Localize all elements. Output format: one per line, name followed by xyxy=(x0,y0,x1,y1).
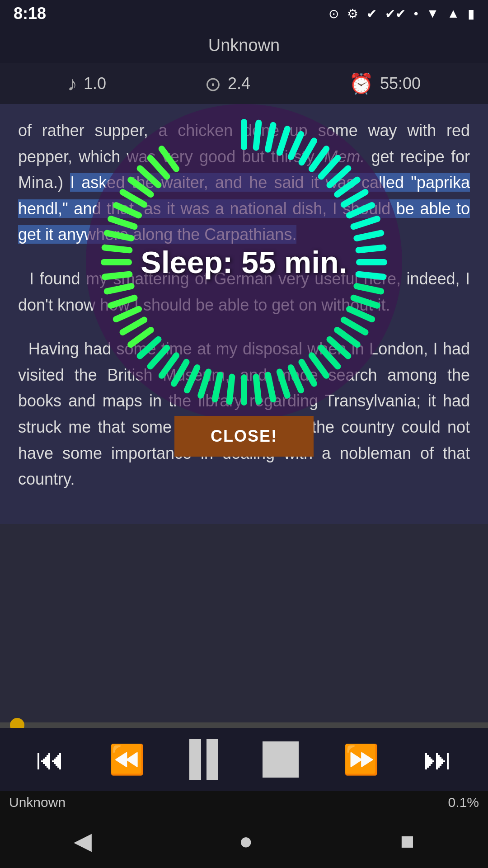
svg-line-21 xyxy=(337,330,357,344)
timer-value: 55:00 xyxy=(380,74,421,93)
svg-line-10 xyxy=(344,192,366,205)
pitch-value: 2.4 xyxy=(228,74,250,93)
progress-bar-container[interactable] xyxy=(0,722,488,728)
svg-line-41 xyxy=(116,309,139,319)
speed-control[interactable]: ♪ 1.0 xyxy=(67,72,106,95)
svg-line-9 xyxy=(337,180,357,194)
svg-line-33 xyxy=(201,372,208,396)
svg-line-47 xyxy=(107,233,131,238)
close-button[interactable]: CLOSE! xyxy=(174,416,314,457)
controls-bar: ♪ 1.0 ⊙ 2.4 ⏰ 55:00 xyxy=(0,63,488,104)
svg-line-23 xyxy=(321,348,338,367)
status-bar: 8:18 ⊙ ⚙ ✔ ✔✔ • ▼ ▲ ▮ xyxy=(0,0,488,27)
status-time: 8:18 xyxy=(14,4,46,23)
svg-line-13 xyxy=(357,233,381,238)
check-icon: ✔ xyxy=(366,6,377,21)
svg-line-40 xyxy=(123,320,145,333)
svg-line-51 xyxy=(131,180,150,194)
rewind-button[interactable]: ⏪ xyxy=(109,743,145,777)
svg-line-35 xyxy=(174,362,187,384)
status-icons: ⊙ ⚙ ✔ ✔✔ • ▼ ▲ ▮ xyxy=(328,6,474,21)
track-info: Unknown 0.1% xyxy=(0,791,488,814)
svg-line-53 xyxy=(150,158,167,177)
svg-line-42 xyxy=(111,298,134,306)
track-name: Unknown xyxy=(9,795,66,810)
skip-back-start-button[interactable]: ⏮ xyxy=(36,743,65,776)
clock-icon: ⏰ xyxy=(349,72,374,95)
svg-line-12 xyxy=(354,219,377,226)
sleep-overlay: // This will be rendered by the drawing … xyxy=(86,104,402,420)
svg-line-17 xyxy=(357,286,381,291)
svg-line-44 xyxy=(105,274,130,277)
svg-line-28 xyxy=(268,375,273,399)
svg-line-26 xyxy=(291,368,301,390)
svg-line-20 xyxy=(344,320,366,333)
stop-button[interactable] xyxy=(263,741,299,778)
pause-button[interactable] xyxy=(189,739,218,780)
svg-line-1 xyxy=(256,123,259,148)
svg-line-18 xyxy=(354,298,377,306)
svg-line-11 xyxy=(349,205,372,215)
svg-line-3 xyxy=(280,129,287,152)
svg-line-52 xyxy=(140,169,159,185)
recent-nav-button[interactable]: ■ xyxy=(400,827,414,854)
svg-line-32 xyxy=(215,375,220,399)
dot-icon: • xyxy=(414,6,418,21)
title-bar: Unknown xyxy=(0,27,488,63)
timer-control[interactable]: ⏰ 55:00 xyxy=(349,72,421,95)
svg-line-36 xyxy=(162,355,176,375)
sleep-circle-container: // This will be rendered by the drawing … xyxy=(86,104,402,420)
svg-line-2 xyxy=(268,125,273,150)
svg-line-48 xyxy=(111,219,134,226)
playback-controls: ⏮ ⏪ ⏩ ⏭ xyxy=(0,728,488,791)
svg-line-50 xyxy=(123,192,145,205)
svg-line-31 xyxy=(230,377,232,402)
svg-line-16 xyxy=(359,274,384,277)
skip-forward-end-button[interactable]: ⏭ xyxy=(423,743,452,776)
double-check-icon: ✔✔ xyxy=(385,6,406,21)
svg-line-27 xyxy=(280,372,287,396)
signal-icon: ▲ xyxy=(447,6,460,21)
track-percent: 0.1% xyxy=(448,795,479,810)
home-nav-button[interactable]: ● xyxy=(239,827,253,854)
svg-line-6 xyxy=(312,149,326,169)
svg-line-37 xyxy=(150,348,167,367)
record-icon: ⊙ xyxy=(328,6,339,21)
back-nav-button[interactable]: ◀ xyxy=(74,827,92,854)
svg-line-24 xyxy=(312,355,326,375)
nav-bar: ◀ ● ■ xyxy=(0,814,488,868)
svg-line-19 xyxy=(349,309,372,319)
music-icon: ♪ xyxy=(67,72,77,95)
progress-bar-fill xyxy=(0,722,488,728)
svg-line-39 xyxy=(131,330,150,344)
svg-line-38 xyxy=(140,340,159,356)
svg-line-14 xyxy=(359,248,384,250)
pitch-control[interactable]: ⊙ 2.4 xyxy=(205,72,250,95)
settings-icon: ⚙ xyxy=(347,6,358,21)
svg-line-8 xyxy=(330,169,348,185)
svg-line-46 xyxy=(105,248,130,250)
battery-icon: ▮ xyxy=(468,6,474,21)
app-title: Unknown xyxy=(208,36,280,55)
svg-line-25 xyxy=(302,362,314,384)
svg-line-5 xyxy=(302,141,314,163)
svg-line-29 xyxy=(256,377,259,402)
svg-line-7 xyxy=(321,158,338,177)
svg-line-49 xyxy=(116,205,139,215)
gauge-icon: ⊙ xyxy=(205,72,221,95)
svg-line-22 xyxy=(330,340,348,356)
speed-value: 1.0 xyxy=(84,74,106,93)
wifi-icon: ▼ xyxy=(427,6,439,21)
svg-line-54 xyxy=(162,149,176,169)
svg-line-4 xyxy=(291,134,301,157)
svg-line-43 xyxy=(107,286,131,291)
fast-forward-button[interactable]: ⏩ xyxy=(343,743,379,777)
sleep-text: Sleep: 55 min. xyxy=(141,245,347,280)
svg-line-34 xyxy=(187,368,197,390)
